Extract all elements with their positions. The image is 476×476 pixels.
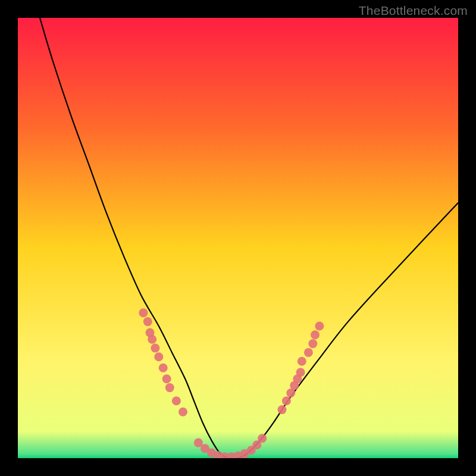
data-dot xyxy=(151,344,159,353)
data-dot xyxy=(315,322,324,331)
watermark-text: TheBottleneck.com xyxy=(359,4,468,18)
data-dot xyxy=(159,364,168,372)
data-dot xyxy=(154,352,163,361)
data-dot xyxy=(278,405,287,414)
chart-plot-area xyxy=(18,18,458,458)
chart-background xyxy=(18,18,458,458)
data-dot xyxy=(178,408,187,416)
data-dot xyxy=(143,317,152,326)
data-dot xyxy=(148,335,156,344)
data-dot xyxy=(296,368,305,377)
data-dot xyxy=(311,330,320,339)
data-dot xyxy=(308,339,317,348)
chart-frame: TheBottleneck.com xyxy=(0,0,476,476)
data-dot xyxy=(165,383,174,392)
data-dot xyxy=(162,374,171,383)
data-dot xyxy=(139,308,148,317)
data-dot xyxy=(172,396,181,405)
chart-svg xyxy=(18,18,458,458)
data-dot xyxy=(282,396,291,405)
data-dot xyxy=(298,357,306,366)
data-dot xyxy=(258,434,267,443)
data-dot xyxy=(304,348,313,357)
